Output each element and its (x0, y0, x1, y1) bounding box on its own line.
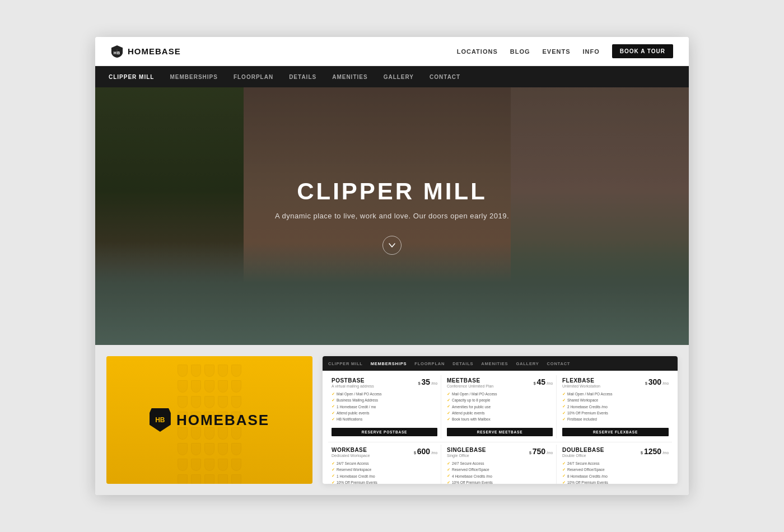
mem-nav-amenities[interactable]: AMENITIES (481, 361, 508, 366)
brand-logo-card: HB HOMEBASE (150, 408, 269, 432)
top-nav: HB HOMEBASE LOCATIONS BLOG EVENTS INFO B… (95, 37, 689, 66)
memberships-card: CLIPPER MILL MEMBERSHIPS FLOORPLAN DETAI… (323, 356, 678, 484)
flexbase-name: FLEXBASE (562, 377, 600, 384)
meetbase-feature-1: Mail Open / Mail PO Access (447, 391, 553, 397)
doublebase-feature-3: 8 Homebase Credits /mo (562, 473, 669, 479)
hero-content: CLIPPER MILL A dynamic place to live, wo… (275, 178, 509, 220)
flexbase-feature-5: Firstbase included (562, 417, 669, 423)
browser-window: HB HOMEBASE LOCATIONS BLOG EVENTS INFO B… (95, 37, 689, 495)
subnav-floorplan[interactable]: FLOORPLAN (234, 74, 273, 80)
mem-nav-gallery[interactable]: GALLERY (516, 361, 539, 366)
singlebase-feature-4: 10% Off Premium Events (447, 479, 553, 484)
yellow-brand-card: HB HOMEBASE (106, 356, 312, 484)
svg-text:HB: HB (114, 50, 120, 55)
meetbase-features: Mail Open / Mail PO Access Capacity up t… (447, 391, 553, 423)
tier-row-bottom: WORKBASE Dedicated Workspace $ 600 /mo 2… (328, 445, 672, 484)
postbase-feature-1: Mail Open / Mail PO Access (332, 391, 437, 397)
reserve-postbase-button[interactable]: RESERVE POSTBASE (332, 428, 437, 436)
mem-nav: CLIPPER MILL MEMBERSHIPS FLOORPLAN DETAI… (323, 356, 678, 371)
mem-nav-contact[interactable]: CONTACT (547, 361, 571, 366)
singlebase-feature-3: 4 Homebase Credits /mo (447, 473, 553, 479)
nav-events[interactable]: EVENTS (543, 48, 571, 55)
mem-nav-details[interactable]: DETAILS (452, 361, 473, 366)
mem-nav-memberships[interactable]: MEMBERSHIPS (371, 361, 407, 366)
postbase-desc: A virtual mailing address (332, 384, 374, 389)
flexbase-feature-1: Mail Open / Mail PO Access (562, 391, 669, 397)
nav-info[interactable]: INFO (583, 48, 600, 55)
hero-subtitle: A dynamic place to live, work and love. … (275, 212, 509, 220)
brand-name-card: HOMEBASE (176, 412, 269, 429)
workbase-features: 24/7 Secure Access Reserved Workspace 1 … (332, 460, 437, 484)
flexbase-features: Mail Open / Mail PO Access Shared Worksp… (562, 391, 669, 423)
workbase-name: WORKBASE (332, 447, 370, 453)
subnav-gallery[interactable]: GALLERY (384, 74, 414, 80)
meetbase-feature-5: Book tours with Mailbox (447, 417, 553, 423)
flexbase-feature-4: 10% Off Premium Events (562, 410, 669, 416)
reserve-meetbase-button[interactable]: RESERVE MEETBASE (447, 428, 553, 436)
mem-nav-clipper[interactable]: CLIPPER MILL (328, 361, 363, 366)
tier-workbase: WORKBASE Dedicated Workspace $ 600 /mo 2… (328, 445, 441, 484)
meetbase-feature-4: Attend public events (447, 410, 553, 416)
meetbase-desc: Conference Unlimited Plan (447, 384, 493, 389)
workbase-feature-4: 10% Off Premium Events (332, 479, 437, 484)
subnav-contact[interactable]: CONTACT (430, 74, 460, 80)
subnav-amenities[interactable]: AMENITIES (332, 74, 367, 80)
meetbase-feature-2: Capacity up to 8 people (447, 397, 553, 403)
doublebase-name: DOUBLEBASE (562, 447, 604, 453)
singlebase-feature-2: Reserved Office/Space (447, 467, 553, 473)
postbase-name: POSTBASE (332, 377, 374, 384)
tier-doublebase: DOUBLEBASE Double Office $ 1250 /mo 24/7… (559, 445, 672, 484)
workbase-feature-3: 1 Homebase Credit /mo (332, 473, 437, 479)
nav-blog[interactable]: BLOG (510, 48, 530, 55)
nav-locations[interactable]: LOCATIONS (457, 48, 498, 55)
reserve-flexbase-button[interactable]: RESERVE FLEXBASE (562, 428, 669, 436)
tier-flexbase: FLEXBASE Unlimited Workstation $ 300 /mo… (559, 375, 672, 438)
workbase-feature-2: Reserved Workspace (332, 467, 437, 473)
scroll-down-button[interactable] (382, 236, 402, 255)
logo-text: HOMEBASE (128, 46, 181, 56)
flexbase-feature-2: Shared Workspace (562, 397, 669, 403)
chevron-down-icon (388, 241, 396, 249)
flexbase-price: 300 (648, 377, 661, 386)
mem-nav-floorplan[interactable]: FLOORPLAN (414, 361, 445, 366)
singlebase-feature-1: 24/7 Secure Access (447, 460, 553, 466)
tier-divider (328, 442, 672, 442)
singlebase-price: 750 (533, 447, 545, 456)
logo[interactable]: HB HOMEBASE (111, 45, 181, 58)
hero-section: CLIPPER MILL A dynamic place to live, wo… (95, 87, 689, 345)
homebase-shield-icon: HB (111, 45, 123, 58)
tier-singlebase: SINGLEBASE Single Office $ 750 /mo 24/7 … (444, 445, 557, 484)
tier-postbase: POSTBASE A virtual mailing address $ 35 … (328, 375, 441, 438)
workbase-desc: Dedicated Workspace (332, 453, 370, 458)
mem-body: POSTBASE A virtual mailing address $ 35 … (323, 371, 678, 484)
postbase-feature-3: 1 Homebase Credit / mo (332, 404, 437, 410)
sub-nav: CLIPPER MILL MEMBERSHIPS FLOORPLAN DETAI… (95, 66, 689, 87)
singlebase-features: 24/7 Secure Access Reserved Office/Space… (447, 460, 553, 484)
doublebase-price: 1250 (644, 447, 661, 456)
top-nav-links: LOCATIONS BLOG EVENTS INFO BOOK A TOUR (457, 44, 673, 58)
doublebase-feature-2: Reserved Office/Space (562, 467, 669, 473)
yellow-card-content: HB HOMEBASE (150, 408, 269, 432)
postbase-feature-2: Business Mailing Address (332, 397, 437, 403)
subnav-memberships[interactable]: MEMBERSHIPS (170, 74, 217, 80)
subnav-clipper-mill[interactable]: CLIPPER MILL (109, 74, 154, 80)
doublebase-feature-4: 10% Off Premium Events (562, 479, 669, 484)
workbase-feature-1: 24/7 Secure Access (332, 460, 437, 466)
singlebase-desc: Single Office (447, 453, 486, 458)
meetbase-feature-3: Amenities for public use (447, 404, 553, 410)
hero-title: CLIPPER MILL (275, 178, 509, 205)
flexbase-desc: Unlimited Workstation (562, 384, 600, 389)
postbase-feature-5: HB Notifications (332, 417, 437, 423)
tier-row-top: POSTBASE A virtual mailing address $ 35 … (328, 375, 672, 438)
tier-meetbase: MEETBASE Conference Unlimited Plan $ 45 … (444, 375, 557, 438)
subnav-details[interactable]: DETAILS (289, 74, 316, 80)
bottom-section: HB HOMEBASE CLIPPER MILL MEMBERSHIPS FLO… (95, 345, 689, 495)
singlebase-name: SINGLEBASE (447, 447, 486, 453)
book-tour-button[interactable]: BOOK A TOUR (612, 44, 673, 58)
flexbase-feature-3: 2 Homebase Credits /mo (562, 404, 669, 410)
hb-shield-icon: HB (150, 408, 171, 432)
postbase-features: Mail Open / Mail PO Access Business Mail… (332, 391, 437, 423)
postbase-price: 35 (422, 377, 431, 386)
postbase-feature-4: Attend public events (332, 410, 437, 416)
doublebase-desc: Double Office (562, 453, 604, 458)
